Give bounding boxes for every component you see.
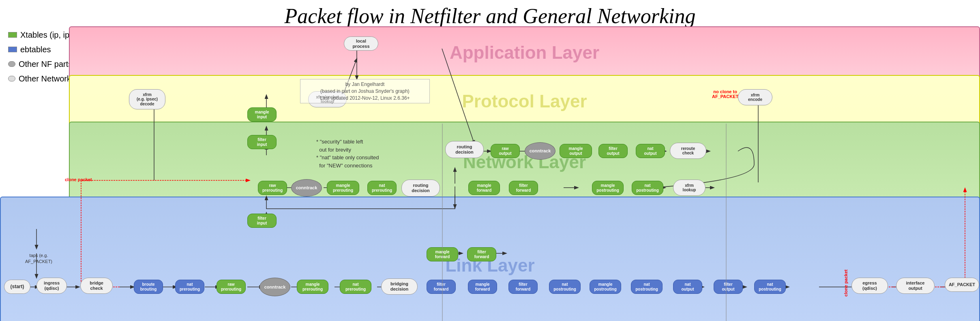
node-conntrack-link: conntrack: [259, 278, 290, 296]
node-start: (start): [4, 280, 30, 294]
page-title: Packet flow in Netfilter and General Net…: [0, 0, 980, 30]
info-box-security: * "security" table left out for brevity*…: [316, 138, 422, 169]
node-mangle-output: mangleoutput: [560, 144, 592, 158]
node-af-packet-right: AF_PACKET: [945, 278, 979, 292]
node-filter-forward-link2: filterforward: [508, 280, 538, 294]
layer-app-label: Application Layer: [450, 43, 599, 63]
node-nat-postrouting-link3: natpostrouting: [754, 280, 786, 294]
node-interface-output: interfaceoutput: [896, 278, 935, 294]
node-conntrack-net: conntrack: [291, 179, 322, 197]
label-clone-right: clone packet: [843, 270, 848, 297]
node-filter-output: filteroutput: [598, 144, 628, 158]
node-reroute-check: reroutecheck: [670, 143, 706, 159]
node-raw-output: rawoutput: [491, 144, 520, 158]
node-raw-prerouting-net: rawprerouting: [258, 181, 287, 195]
layer-protocol: Protocol Layer: [69, 75, 980, 128]
node-nat-postrouting-link: natpostrouting: [549, 280, 581, 294]
diagram-area: Application Layer Protocol Layer Network…: [0, 26, 980, 321]
node-nat-prerouting-link: natprerouting: [175, 280, 204, 294]
node-ingress-qdisc: ingress(qdisc): [36, 278, 67, 294]
node-mangle-prerouting-link: mangleprerouting: [297, 280, 328, 294]
node-filter-forward-net: filterforward: [509, 181, 538, 195]
divider-v2: [726, 124, 727, 321]
node-nat-output: natoutput: [636, 144, 665, 158]
node-routing-decision-top: routingdecision: [445, 141, 484, 158]
node-xfrm-decode: xfrm(e.g. ipsec)decode: [129, 89, 165, 109]
node-filter-forward-upper: filterforward: [467, 247, 496, 261]
node-nat-output-link: natoutput: [673, 280, 702, 294]
node-nat-postrouting-link2: natpostrouting: [631, 280, 663, 294]
divider-v1: [442, 124, 443, 321]
node-filter-input-net: filterinput: [247, 135, 277, 149]
node-mangle-postrouting-link: manglepostrouting: [590, 280, 621, 294]
layer-protocol-label: Protocol Layer: [462, 91, 587, 111]
node-mangle-prerouting-net: mangleprerouting: [327, 181, 359, 195]
node-raw-prerouting-link: rawprerouting: [217, 280, 246, 294]
node-mangle-forward-link: mangleforward: [468, 280, 497, 294]
node-mangle-postrouting-net: manglepostrouting: [592, 181, 624, 195]
node-conntrack-out: conntrack: [525, 142, 555, 160]
node-filter-output-link: filteroutput: [714, 280, 743, 294]
label-no-clone: no clone toAF_PACKET: [712, 89, 738, 99]
node-mangle-input-net: mangleinput: [247, 107, 277, 122]
node-xfrm-lookup: xfrmlookup: [673, 180, 706, 196]
node-xfrm-encode: xfrmencode: [738, 89, 772, 105]
node-local-process: localprocess: [344, 36, 378, 51]
layer-application: Application Layer: [69, 26, 980, 79]
node-routing-decision-mid: routingdecision: [401, 180, 440, 197]
label-clone-left: clone packet: [65, 177, 92, 182]
node-mangle-forward-net: mangleforward: [468, 181, 500, 195]
node-nat-prerouting-net: natprerouting: [367, 181, 397, 195]
node-egress-qdisc: egress(qdisc): [851, 278, 888, 294]
node-nat-prerouting-link2: natprerouting: [340, 280, 371, 294]
node-broute-brouting: broutebrouting: [134, 280, 163, 294]
node-bridging-decision: bridgingdecision: [381, 278, 418, 295]
node-filter-input-link: filterinput: [247, 214, 277, 228]
label-taps: taps (e.g.AF_PACKET): [25, 253, 52, 265]
node-bridge-check: bridgecheck: [80, 278, 113, 294]
node-filter-forward-link: filterforward: [427, 280, 456, 294]
author-box: by Jan Engelhardt(based in part on Joshu…: [300, 79, 430, 103]
node-nat-postrouting-net: natpostrouting: [632, 181, 663, 195]
